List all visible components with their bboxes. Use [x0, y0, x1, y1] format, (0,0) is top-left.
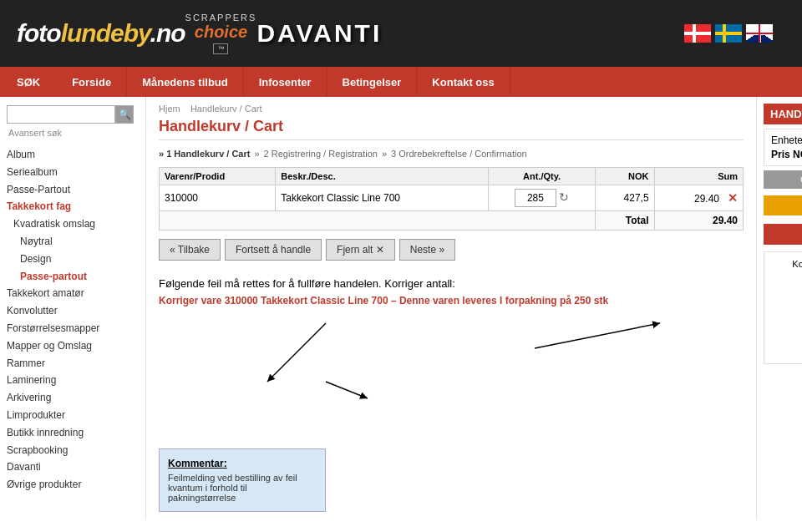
- col-varenr: Varenr/Prodid: [160, 168, 276, 185]
- sidebar-item-takkekort-amat[interactable]: Takkekort amatør: [7, 285, 139, 302]
- sidebar-item-mapper-omslag[interactable]: Mapper og Omslag: [7, 337, 139, 355]
- sidebar-item-album[interactable]: Album: [7, 146, 139, 164]
- sidebar-item-seriealbum[interactable]: Seriealbum: [7, 164, 139, 181]
- product-name: Konvolutter til takkekort: [771, 259, 802, 269]
- page-title: Handlekurv / Cart: [159, 118, 744, 140]
- davanti-logo: DAVANTI: [256, 19, 382, 48]
- search-input[interactable]: [7, 105, 115, 124]
- tilbake-button[interactable]: « Tilbake: [159, 239, 221, 261]
- error-message: Korriger vare 310000 Takkekort Classic L…: [159, 295, 744, 307]
- pris-nok-label: Pris NOK:: [771, 149, 802, 160]
- nav-items: Forside Månedens tilbud Infosenter Betin…: [57, 67, 510, 97]
- main-container: 🔍 Avansert søk Album Seriealbum Passe-Pa…: [0, 97, 802, 519]
- search-box: 🔍: [7, 105, 139, 124]
- total-row: Total 29.40: [160, 211, 744, 231]
- handlekurv-panel: HANDLEKURV 🛒: [764, 104, 802, 124]
- flags-area: [684, 24, 785, 43]
- sidebar-item-limprodukter[interactable]: Limprodukter: [7, 407, 139, 424]
- pris-row: Pris NOK: 0.00: [771, 149, 802, 160]
- cell-sum: 29.40 ✕: [654, 185, 743, 211]
- sidebar-item-passe-partout[interactable]: Passe-Partout: [7, 181, 139, 199]
- sidebar-item-rammer[interactable]: Rammer: [7, 355, 139, 372]
- enheter-row: Enheter: 0: [771, 134, 802, 146]
- step-arrow2: »: [382, 149, 387, 159]
- col-sum: Sum: [654, 168, 743, 185]
- nav-manedens[interactable]: Månedens tilbud: [127, 67, 244, 97]
- sidebar-item-ovrige[interactable]: Øvrige produkter: [7, 476, 139, 494]
- content-area: Hjem Handlekurv / Cart Handlekurv / Cart…: [146, 97, 756, 519]
- cell-varenr: 310000: [160, 185, 276, 211]
- nav-betingelser[interactable]: Betingelser: [327, 67, 418, 97]
- error-title: Følgende feil må rettes for å fullføre h…: [159, 277, 744, 290]
- header: fotolundeby.no scrappers choice ™ DAVANT…: [0, 0, 802, 67]
- comment-title: Kommentar:: [168, 458, 317, 469]
- cart-table: Varenr/Prodid Beskr./Desc. Ant./Qty. NOK…: [159, 167, 744, 231]
- remove-button[interactable]: ✕: [728, 191, 738, 205]
- refresh-button[interactable]: ↻: [559, 190, 569, 204]
- fortsett-button[interactable]: Fortsett å handle: [225, 239, 322, 261]
- right-panel: HANDLEKURV 🛒 Enheter: 0 Pris NOK: 0.00 G…: [756, 97, 802, 519]
- navbar: SØK Forside Månedens tilbud Infosenter B…: [0, 67, 802, 97]
- sidebar: 🔍 Avansert søk Album Seriealbum Passe-Pa…: [0, 97, 146, 519]
- cart-info: Enheter: 0 Pris NOK: 0.00: [764, 129, 802, 166]
- comment-text: Feilmelding ved bestilling av feil kvant…: [168, 473, 317, 503]
- sidebar-item-passe-partout2[interactable]: Passe-partout: [7, 268, 139, 286]
- flag-norway[interactable]: [684, 24, 711, 43]
- qty-input[interactable]: [515, 189, 556, 207]
- arrows-svg: [159, 315, 744, 415]
- cell-nok: 427,5: [596, 185, 654, 211]
- table-row: 310000 Takkekort Classic Line 700 ↻ 427,…: [160, 185, 744, 211]
- search-button[interactable]: 🔍: [115, 105, 134, 124]
- tilbehor-title: Tilbehør: [764, 224, 802, 245]
- sidebar-item-scrapbooking[interactable]: Scrapbooking: [7, 442, 139, 459]
- sidebar-item-forstorrelsesmapper[interactable]: Forstørrelsesmapper: [7, 320, 139, 337]
- logo: fotolundeby.no: [17, 19, 185, 48]
- fjern-alt-button[interactable]: Fjern alt ✕: [326, 239, 395, 261]
- sidebar-item-noytral[interactable]: Nøytral: [7, 233, 139, 251]
- breadcrumb-hjem[interactable]: Hjem: [159, 104, 180, 114]
- scrappers-logo: scrappers choice ™: [185, 13, 257, 54]
- col-nok: NOK: [596, 168, 654, 185]
- comment-box: Kommentar: Feilmelding ved bestilling av…: [159, 448, 326, 512]
- product-price: Pris: 58.00: [771, 344, 802, 357]
- enheter-label: Enheter:: [771, 134, 802, 146]
- steps: » 1 Handlekurv / Cart » 2 Registrering /…: [159, 149, 744, 159]
- nav-forside[interactable]: Forside: [57, 67, 127, 97]
- handlekurv-title: HANDLEKURV: [770, 108, 802, 120]
- ga-til-handlekurven-button[interactable]: Gå til handlekurven: [764, 170, 802, 189]
- cart-actions: « Tilbake Fortsett å handle Fjern alt ✕ …: [159, 239, 744, 261]
- flag-sweden[interactable]: [715, 24, 742, 43]
- product-card[interactable]: Konvolutter til takkekort Pris: 58.00: [764, 251, 802, 364]
- step3: 3 Ordrebekreftelse / Confirmation: [391, 149, 527, 159]
- logo-area: fotolundeby.no: [17, 19, 185, 48]
- sidebar-item-design[interactable]: Design: [7, 251, 139, 268]
- avansert-link[interactable]: Avansert søk: [7, 128, 139, 138]
- nav-kontakt[interactable]: Kontakt oss: [417, 67, 510, 97]
- sidebar-item-takkekort-fag[interactable]: Takkekort fag: [7, 198, 139, 215]
- flag-uk[interactable]: [746, 24, 773, 43]
- cell-qty: ↻: [489, 185, 596, 211]
- neste-button[interactable]: Neste »: [399, 239, 455, 261]
- sidebar-item-davanti[interactable]: Davanti: [7, 459, 139, 476]
- total-label: Total: [596, 211, 654, 231]
- step-arrow1: »: [254, 149, 259, 159]
- arrows-container: [159, 315, 744, 415]
- sidebar-item-arkivering[interactable]: Arkivering: [7, 389, 139, 407]
- col-ant: Ant./Qty.: [489, 168, 596, 185]
- svg-line-1: [535, 323, 660, 348]
- breadcrumb-handlekurv[interactable]: Handlekurv / Cart: [190, 104, 262, 114]
- sidebar-item-laminering[interactable]: Laminering: [7, 372, 139, 389]
- sidebar-item-kvadratisk[interactable]: Kvadratisk omslag: [7, 215, 139, 233]
- step2: 2 Registrering / Registration: [264, 149, 378, 159]
- search-nav-label: SØK: [0, 67, 57, 97]
- sidebar-item-butikk[interactable]: Butikk innredning: [7, 424, 139, 442]
- breadcrumb: Hjem Handlekurv / Cart: [159, 104, 744, 114]
- error-section: Følgende feil må rettes for å fullføre h…: [159, 269, 744, 315]
- step1: » 1 Handlekurv / Cart: [159, 149, 250, 159]
- nav-infosenter[interactable]: Infosenter: [244, 67, 327, 97]
- sidebar-item-konvolutter[interactable]: Konvolutter: [7, 302, 139, 320]
- du-er-palogget-button[interactable]: Du er pålogget: [764, 195, 802, 215]
- svg-line-2: [326, 382, 368, 398]
- cell-beskr: Takkekort Classic Line 700: [276, 185, 489, 211]
- total-value: 29.40: [654, 211, 743, 231]
